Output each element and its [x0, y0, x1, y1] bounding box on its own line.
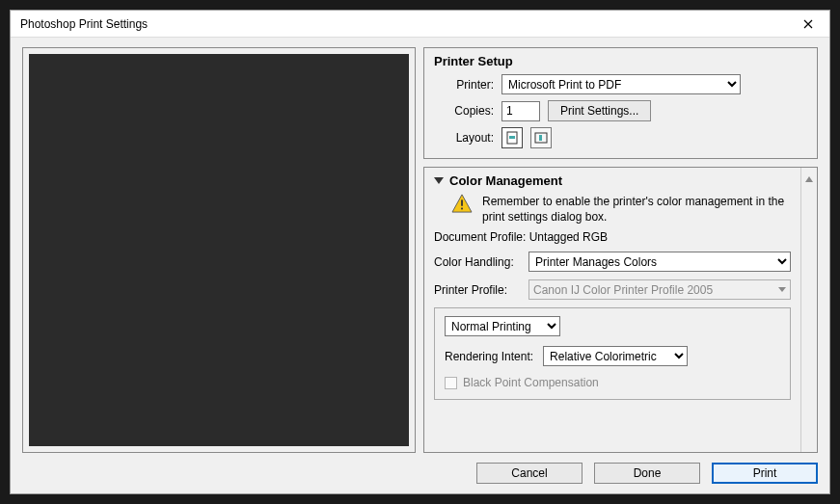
titlebar: Photoshop Print Settings [11, 11, 829, 38]
color-handling-select[interactable]: Printer Manages Colors [528, 252, 791, 272]
print-settings-button[interactable]: Print Settings... [548, 100, 651, 121]
bpc-label: Black Point Compensation [463, 376, 599, 389]
printer-profile-select: Canon IJ Color Printer Profile 2005 [528, 279, 791, 300]
done-button[interactable]: Done [594, 463, 700, 484]
print-preview-canvas [29, 54, 409, 446]
printer-setup-group: Printer Setup Printer: Microsoft Print t… [423, 47, 818, 159]
print-settings-window: Photoshop Print Settings Printer Setup P… [10, 10, 830, 494]
color-management-header[interactable]: Color Management [434, 173, 791, 188]
layout-label: Layout: [434, 131, 494, 145]
layout-landscape-button[interactable] [530, 127, 552, 148]
rendering-intent-label: Rendering Intent: [445, 350, 533, 363]
color-handling-label: Color Handling: [434, 255, 521, 269]
svg-rect-3 [539, 135, 542, 141]
bpc-checkbox [445, 377, 457, 389]
warning-icon [451, 194, 473, 213]
disclosure-down-icon [434, 177, 444, 184]
printer-select[interactable]: Microsoft Print to PDF [501, 74, 741, 94]
warning-text: Remember to enable the printer's color m… [482, 194, 791, 225]
rendering-intent-select[interactable]: Relative Colorimetric [543, 346, 688, 366]
layout-portrait-button[interactable] [501, 127, 523, 148]
printer-profile-label: Printer Profile: [434, 283, 521, 297]
window-title: Photoshop Print Settings [20, 17, 148, 31]
printing-subgroup: Normal Printing Rendering Intent: Relati… [434, 307, 791, 400]
footer-buttons: Cancel Done Print [22, 461, 818, 484]
svg-rect-5 [461, 208, 463, 210]
print-preview-panel [22, 47, 416, 453]
printer-setup-legend: Printer Setup [434, 54, 807, 68]
options-scroll-panel: Color Management Remember to enable the … [423, 167, 818, 453]
landscape-icon [534, 132, 548, 144]
close-icon [803, 19, 813, 29]
right-column: Printer Setup Printer: Microsoft Print t… [423, 47, 818, 453]
close-button[interactable] [795, 14, 822, 34]
bpc-row: Black Point Compensation [445, 376, 780, 389]
copies-input[interactable] [501, 101, 540, 121]
cancel-button[interactable]: Cancel [476, 463, 583, 484]
scrollbar[interactable] [800, 168, 817, 452]
printer-profile-value: Canon IJ Color Printer Profile 2005 [533, 283, 713, 297]
portrait-icon [506, 131, 518, 145]
svg-rect-4 [461, 199, 463, 205]
window-body: Printer Setup Printer: Microsoft Print t… [11, 38, 829, 493]
scroll-up-icon [801, 168, 817, 191]
print-button[interactable]: Print [712, 463, 818, 484]
chevron-down-icon [778, 287, 786, 292]
document-profile-text: Document Profile: Untagged RGB [434, 230, 791, 244]
color-management-group: Color Management Remember to enable the … [424, 168, 800, 452]
main-row: Printer Setup Printer: Microsoft Print t… [22, 47, 818, 453]
copies-label: Copies: [434, 104, 494, 118]
printer-label: Printer: [434, 78, 494, 92]
color-management-legend: Color Management [449, 173, 562, 188]
svg-rect-1 [509, 136, 515, 139]
printing-mode-select[interactable]: Normal Printing [445, 316, 560, 336]
